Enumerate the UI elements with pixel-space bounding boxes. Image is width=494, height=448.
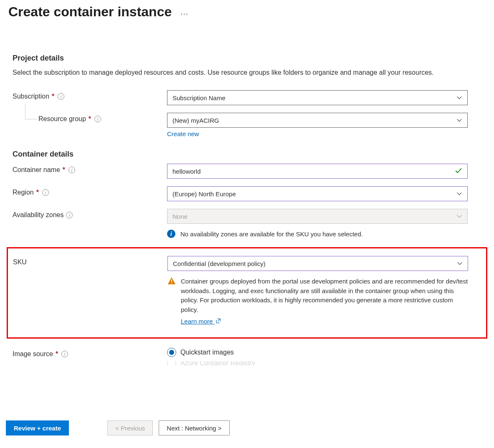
- required-asterisk: *: [36, 189, 39, 196]
- container-name-input[interactable]: helloworld: [167, 164, 468, 179]
- required-asterisk: *: [52, 93, 54, 100]
- footer-bar: Review + create < Previous Next : Networ…: [0, 413, 494, 423]
- info-solid-icon: i: [167, 230, 175, 238]
- valid-check-icon: [455, 167, 462, 176]
- svg-rect-0: [171, 279, 172, 282]
- review-create-button[interactable]: Review + create: [6, 420, 69, 423]
- subscription-label: Subscription: [13, 93, 49, 100]
- sku-warning-text: Container groups deployed from the porta…: [181, 278, 468, 313]
- chevron-down-icon: [456, 191, 462, 197]
- next-button[interactable]: Next : Networking >: [159, 420, 229, 423]
- info-icon[interactable]: i: [42, 189, 49, 196]
- info-icon[interactable]: i: [66, 212, 73, 218]
- svg-rect-1: [171, 283, 172, 283]
- required-asterisk: *: [63, 166, 65, 174]
- availability-zones-dropdown: None: [167, 209, 468, 224]
- chevron-down-icon: [457, 261, 463, 266]
- info-icon[interactable]: i: [58, 93, 64, 100]
- sku-learn-more-link[interactable]: Learn more: [181, 317, 221, 327]
- container-name-label: Container name: [13, 166, 60, 174]
- info-icon[interactable]: i: [61, 351, 68, 357]
- create-new-link[interactable]: Create new: [167, 130, 199, 137]
- resource-group-dropdown[interactable]: (New) myACIRG: [167, 113, 468, 128]
- image-source-option-0: Quickstart images: [180, 349, 234, 356]
- project-details-desc: Select the subscription to manage deploy…: [13, 68, 481, 78]
- chevron-down-icon: [456, 117, 462, 123]
- region-dropdown[interactable]: (Europe) North Europe: [167, 186, 468, 201]
- image-source-label: Image source: [13, 350, 53, 358]
- info-icon[interactable]: i: [94, 116, 101, 122]
- required-asterisk: *: [89, 115, 91, 123]
- chevron-down-icon: [456, 213, 462, 219]
- info-icon[interactable]: i: [68, 167, 75, 173]
- subscription-value: Subscription Name: [172, 94, 225, 101]
- sku-label: SKU: [13, 258, 27, 266]
- region-value: (Europe) North Europe: [172, 190, 236, 197]
- sku-highlight-box: SKU Confidential (development policy) Co…: [7, 247, 487, 339]
- resource-group-label: Resource group: [38, 115, 86, 123]
- image-source-quickstart-radio[interactable]: [167, 348, 176, 357]
- container-name-value: helloworld: [172, 168, 201, 175]
- container-details-heading: Container details: [13, 150, 481, 159]
- warning-icon: [167, 277, 176, 285]
- external-link-icon: [215, 317, 221, 327]
- sku-value: Confidential (development policy): [173, 260, 266, 267]
- project-details-heading: Project details: [13, 54, 481, 63]
- chevron-down-icon: [456, 95, 462, 101]
- resource-group-value: (New) myACIRG: [172, 117, 219, 124]
- region-label: Region: [13, 189, 34, 196]
- availability-zones-info: No availability zones are available for …: [180, 230, 363, 238]
- image-source-option-1: Azure Container Registry: [180, 361, 255, 365]
- tree-line: [25, 104, 37, 119]
- subscription-dropdown[interactable]: Subscription Name: [167, 90, 468, 105]
- page-title: Create container instance: [8, 4, 172, 20]
- sku-dropdown[interactable]: Confidential (development policy): [167, 256, 468, 271]
- required-asterisk: *: [56, 350, 58, 358]
- availability-zones-value: None: [172, 213, 187, 220]
- more-menu-icon[interactable]: …: [180, 7, 189, 17]
- image-source-acr-radio[interactable]: [167, 361, 176, 365]
- previous-button: < Previous: [107, 420, 153, 423]
- availability-zones-label: Availability zones: [13, 211, 63, 219]
